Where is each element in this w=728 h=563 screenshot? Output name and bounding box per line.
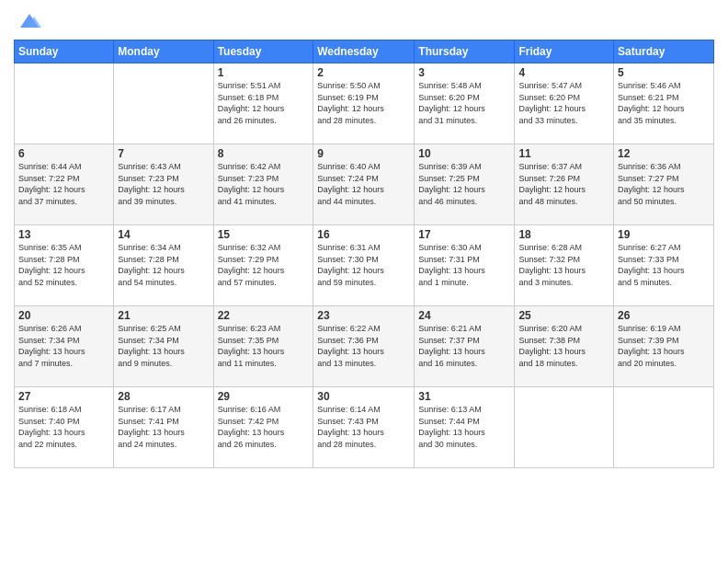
day-number: 28 bbox=[118, 390, 209, 403]
day-number: 11 bbox=[518, 147, 609, 160]
calendar-cell: 10Sunrise: 6:39 AM Sunset: 7:25 PM Dayli… bbox=[415, 144, 515, 225]
day-header-monday: Monday bbox=[114, 40, 213, 63]
day-number: 3 bbox=[418, 66, 510, 79]
calendar-cell: 6Sunrise: 6:44 AM Sunset: 7:22 PM Daylig… bbox=[15, 144, 114, 225]
calendar-cell: 21Sunrise: 6:25 AM Sunset: 7:34 PM Dayli… bbox=[114, 306, 213, 387]
day-info: Sunrise: 5:50 AM Sunset: 6:19 PM Dayligh… bbox=[317, 80, 410, 126]
day-number: 15 bbox=[218, 228, 310, 241]
day-header-friday: Friday bbox=[515, 40, 614, 63]
calendar-cell: 23Sunrise: 6:22 AM Sunset: 7:36 PM Dayli… bbox=[313, 306, 415, 387]
day-info: Sunrise: 6:32 AM Sunset: 7:29 PM Dayligh… bbox=[218, 242, 310, 288]
day-number: 8 bbox=[218, 147, 310, 160]
day-number: 14 bbox=[118, 228, 209, 241]
day-info: Sunrise: 5:46 AM Sunset: 6:21 PM Dayligh… bbox=[618, 80, 710, 126]
day-number: 18 bbox=[518, 228, 609, 241]
days-row: SundayMondayTuesdayWednesdayThursdayFrid… bbox=[15, 40, 714, 63]
calendar-cell: 5Sunrise: 5:46 AM Sunset: 6:21 PM Daylig… bbox=[614, 63, 714, 144]
calendar-cell bbox=[114, 63, 213, 144]
header bbox=[14, 9, 714, 32]
week-row-2: 6Sunrise: 6:44 AM Sunset: 7:22 PM Daylig… bbox=[15, 144, 714, 225]
day-number: 16 bbox=[317, 228, 410, 241]
day-number: 25 bbox=[518, 309, 609, 322]
day-info: Sunrise: 6:36 AM Sunset: 7:27 PM Dayligh… bbox=[618, 161, 710, 207]
calendar-cell: 26Sunrise: 6:19 AM Sunset: 7:39 PM Dayli… bbox=[614, 306, 714, 387]
calendar-cell: 3Sunrise: 5:48 AM Sunset: 6:20 PM Daylig… bbox=[415, 63, 515, 144]
day-info: Sunrise: 6:22 AM Sunset: 7:36 PM Dayligh… bbox=[317, 323, 410, 369]
day-number: 2 bbox=[317, 66, 410, 79]
day-info: Sunrise: 6:40 AM Sunset: 7:24 PM Dayligh… bbox=[317, 161, 410, 207]
day-number: 19 bbox=[618, 228, 710, 241]
day-info: Sunrise: 6:42 AM Sunset: 7:23 PM Dayligh… bbox=[218, 161, 310, 207]
day-info: Sunrise: 6:28 AM Sunset: 7:32 PM Dayligh… bbox=[518, 242, 609, 288]
day-info: Sunrise: 6:34 AM Sunset: 7:28 PM Dayligh… bbox=[118, 242, 209, 288]
calendar-cell: 28Sunrise: 6:17 AM Sunset: 7:41 PM Dayli… bbox=[114, 387, 213, 468]
day-number: 12 bbox=[618, 147, 710, 160]
calendar-body: 1Sunrise: 5:51 AM Sunset: 6:18 PM Daylig… bbox=[15, 63, 714, 468]
week-row-3: 13Sunrise: 6:35 AM Sunset: 7:28 PM Dayli… bbox=[15, 225, 714, 306]
day-header-thursday: Thursday bbox=[415, 40, 515, 63]
day-header-wednesday: Wednesday bbox=[313, 40, 415, 63]
day-number: 21 bbox=[118, 309, 209, 322]
day-number: 26 bbox=[618, 309, 710, 322]
calendar-cell bbox=[15, 63, 114, 144]
calendar-cell: 19Sunrise: 6:27 AM Sunset: 7:33 PM Dayli… bbox=[614, 225, 714, 306]
day-info: Sunrise: 6:23 AM Sunset: 7:35 PM Dayligh… bbox=[218, 323, 310, 369]
day-info: Sunrise: 6:21 AM Sunset: 7:37 PM Dayligh… bbox=[418, 323, 510, 369]
calendar-cell: 11Sunrise: 6:37 AM Sunset: 7:26 PM Dayli… bbox=[515, 144, 614, 225]
calendar-cell: 25Sunrise: 6:20 AM Sunset: 7:38 PM Dayli… bbox=[515, 306, 614, 387]
day-number: 6 bbox=[18, 147, 109, 160]
calendar: SundayMondayTuesdayWednesdayThursdayFrid… bbox=[14, 40, 714, 468]
day-info: Sunrise: 6:17 AM Sunset: 7:41 PM Dayligh… bbox=[118, 404, 209, 450]
calendar-header: SundayMondayTuesdayWednesdayThursdayFrid… bbox=[15, 40, 714, 63]
day-number: 9 bbox=[317, 147, 410, 160]
day-number: 27 bbox=[18, 390, 109, 403]
calendar-cell: 24Sunrise: 6:21 AM Sunset: 7:37 PM Dayli… bbox=[415, 306, 515, 387]
day-number: 23 bbox=[317, 309, 410, 322]
calendar-cell: 2Sunrise: 5:50 AM Sunset: 6:19 PM Daylig… bbox=[313, 63, 415, 144]
day-info: Sunrise: 6:13 AM Sunset: 7:44 PM Dayligh… bbox=[418, 404, 510, 450]
calendar-cell: 18Sunrise: 6:28 AM Sunset: 7:32 PM Dayli… bbox=[515, 225, 614, 306]
day-info: Sunrise: 6:25 AM Sunset: 7:34 PM Dayligh… bbox=[118, 323, 209, 369]
day-info: Sunrise: 6:43 AM Sunset: 7:23 PM Dayligh… bbox=[118, 161, 209, 207]
calendar-cell: 12Sunrise: 6:36 AM Sunset: 7:27 PM Dayli… bbox=[614, 144, 714, 225]
day-number: 10 bbox=[418, 147, 510, 160]
day-number: 29 bbox=[218, 390, 310, 403]
page: SundayMondayTuesdayWednesdayThursdayFrid… bbox=[0, 0, 728, 563]
calendar-cell: 31Sunrise: 6:13 AM Sunset: 7:44 PM Dayli… bbox=[415, 387, 515, 468]
calendar-cell: 14Sunrise: 6:34 AM Sunset: 7:28 PM Dayli… bbox=[114, 225, 213, 306]
day-number: 24 bbox=[418, 309, 510, 322]
day-info: Sunrise: 6:39 AM Sunset: 7:25 PM Dayligh… bbox=[418, 161, 510, 207]
day-info: Sunrise: 5:47 AM Sunset: 6:20 PM Dayligh… bbox=[518, 80, 609, 126]
calendar-cell: 17Sunrise: 6:30 AM Sunset: 7:31 PM Dayli… bbox=[415, 225, 515, 306]
day-info: Sunrise: 6:26 AM Sunset: 7:34 PM Dayligh… bbox=[18, 323, 109, 369]
calendar-cell: 22Sunrise: 6:23 AM Sunset: 7:35 PM Dayli… bbox=[213, 306, 313, 387]
day-info: Sunrise: 6:31 AM Sunset: 7:30 PM Dayligh… bbox=[317, 242, 410, 288]
logo bbox=[14, 9, 43, 32]
day-info: Sunrise: 6:18 AM Sunset: 7:40 PM Dayligh… bbox=[18, 404, 109, 450]
day-info: Sunrise: 6:14 AM Sunset: 7:43 PM Dayligh… bbox=[317, 404, 410, 450]
day-info: Sunrise: 5:48 AM Sunset: 6:20 PM Dayligh… bbox=[418, 80, 510, 126]
day-info: Sunrise: 6:35 AM Sunset: 7:28 PM Dayligh… bbox=[18, 242, 109, 288]
day-number: 4 bbox=[518, 66, 609, 79]
day-info: Sunrise: 6:44 AM Sunset: 7:22 PM Dayligh… bbox=[18, 161, 109, 207]
day-info: Sunrise: 6:27 AM Sunset: 7:33 PM Dayligh… bbox=[618, 242, 710, 288]
day-info: Sunrise: 6:37 AM Sunset: 7:26 PM Dayligh… bbox=[518, 161, 609, 207]
calendar-cell: 4Sunrise: 5:47 AM Sunset: 6:20 PM Daylig… bbox=[515, 63, 614, 144]
week-row-4: 20Sunrise: 6:26 AM Sunset: 7:34 PM Dayli… bbox=[15, 306, 714, 387]
week-row-1: 1Sunrise: 5:51 AM Sunset: 6:18 PM Daylig… bbox=[15, 63, 714, 144]
calendar-cell bbox=[515, 387, 614, 468]
logo-icon bbox=[16, 9, 43, 32]
calendar-cell: 1Sunrise: 5:51 AM Sunset: 6:18 PM Daylig… bbox=[213, 63, 313, 144]
day-number: 20 bbox=[18, 309, 109, 322]
day-header-tuesday: Tuesday bbox=[213, 40, 313, 63]
day-number: 13 bbox=[18, 228, 109, 241]
week-row-5: 27Sunrise: 6:18 AM Sunset: 7:40 PM Dayli… bbox=[15, 387, 714, 468]
day-number: 31 bbox=[418, 390, 510, 403]
day-info: Sunrise: 5:51 AM Sunset: 6:18 PM Dayligh… bbox=[218, 80, 310, 126]
day-header-saturday: Saturday bbox=[614, 40, 714, 63]
day-number: 7 bbox=[118, 147, 209, 160]
day-number: 22 bbox=[218, 309, 310, 322]
calendar-cell: 27Sunrise: 6:18 AM Sunset: 7:40 PM Dayli… bbox=[15, 387, 114, 468]
calendar-cell bbox=[614, 387, 714, 468]
calendar-cell: 20Sunrise: 6:26 AM Sunset: 7:34 PM Dayli… bbox=[15, 306, 114, 387]
